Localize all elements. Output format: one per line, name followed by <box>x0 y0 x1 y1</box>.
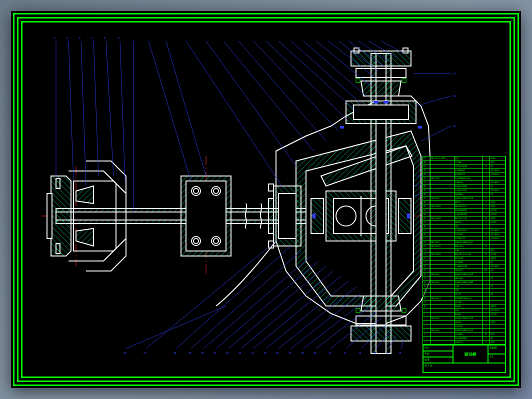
svg-point-18 <box>192 236 200 246</box>
svg-line-77 <box>254 41 338 131</box>
parts-row: 45行星齿轮垫圈445 <box>423 164 506 168</box>
parts-list-rows: 47GB/T 97.1-2002垫片465Mn46十字轴140Cr45行星齿轮垫… <box>423 156 506 344</box>
parts-row: 7GB/T 297圆锥滚子轴承 322132 <box>423 316 506 320</box>
svg-marker-9 <box>76 186 94 204</box>
parts-row: 43差速器右壳1QT450-10 <box>423 172 506 176</box>
drawing-area: 1 2 3 4 5 6 14 15 16 17 18 26 27 28 29 3… <box>26 26 506 373</box>
parts-row: 19调整垫片若干08 <box>423 268 506 272</box>
svg-marker-38 <box>361 81 401 96</box>
svg-text:26: 26 <box>124 352 126 354</box>
tb-title: 驱动桥 <box>453 345 488 363</box>
parts-row: 29从动圆柱齿轮120CrMnTi <box>423 228 506 232</box>
tb-number: 装配图 <box>488 345 506 354</box>
svg-text:6: 6 <box>118 36 120 40</box>
svg-line-90 <box>416 96 451 106</box>
svg-line-72 <box>166 41 206 176</box>
svg-text:15: 15 <box>453 94 456 98</box>
parts-row: 2轮毂锁紧螺母245 <box>423 336 506 340</box>
svg-text:36: 36 <box>276 352 279 354</box>
svg-rect-56 <box>312 214 316 218</box>
svg-rect-54 <box>340 126 344 128</box>
parts-row: 5轮毂油封2 <box>423 324 506 328</box>
svg-rect-11 <box>56 178 60 188</box>
svg-text:31: 31 <box>214 352 216 354</box>
svg-text:32: 32 <box>226 352 229 354</box>
svg-text:14: 14 <box>453 72 456 75</box>
svg-marker-44 <box>361 296 401 311</box>
parts-row: 14油封1 <box>423 288 506 292</box>
svg-line-67 <box>94 41 98 176</box>
parts-row: 9轮毂2QT450-10 <box>423 308 506 312</box>
parts-row: 46十字轴140Cr <box>423 160 506 164</box>
tb-scale: 1:2 <box>488 354 506 363</box>
parts-row: 39主动圆柱齿轮120CrMnTi <box>423 188 506 192</box>
svg-line-100 <box>216 261 318 348</box>
svg-text:4: 4 <box>92 36 93 40</box>
parts-row: 18GB/T 297圆锥滚子轴承 323101 <box>423 272 506 276</box>
svg-line-96 <box>146 241 276 348</box>
svg-text:29: 29 <box>188 352 192 354</box>
svg-rect-8 <box>47 194 52 238</box>
parts-row: 15凸缘145 <box>423 284 506 288</box>
parts-row: 42GB/T 276深沟球轴承 62141 <box>423 176 506 180</box>
parts-row: 24半轴240Cr <box>423 248 506 252</box>
svg-point-17 <box>212 186 220 196</box>
svg-text:1: 1 <box>54 36 56 40</box>
parts-row: 20主动锥齿轮轴120CrMnTi <box>423 264 506 268</box>
svg-text:44: 44 <box>386 352 389 354</box>
svg-text:41: 41 <box>344 352 346 354</box>
spring-seat <box>181 176 231 256</box>
parts-row: 38调整螺母245 <box>423 192 506 196</box>
svg-rect-60 <box>278 194 296 238</box>
svg-rect-53 <box>384 101 388 104</box>
parts-row: 44从动锥齿轮120CrMnTi <box>423 168 506 172</box>
svg-line-79 <box>278 41 356 111</box>
parts-row: 30油封1 <box>423 224 506 228</box>
svg-rect-62 <box>268 184 274 191</box>
svg-line-78 <box>266 41 348 121</box>
parts-row: 25GB/T 6170螺母 M148 <box>423 244 506 248</box>
svg-text:34: 34 <box>251 352 254 354</box>
svg-line-68 <box>106 41 114 176</box>
parts-row: 3轮胎螺栓1240Cr <box>423 332 506 336</box>
svg-rect-52 <box>374 101 378 104</box>
svg-line-102 <box>241 271 334 348</box>
svg-text:3: 3 <box>79 36 80 40</box>
svg-rect-48 <box>356 78 360 82</box>
parts-row: 17轴承隔套145 <box>423 276 506 280</box>
parts-row: 26GB/T 297圆锥滚子轴承 322172 <box>423 240 506 244</box>
svg-text:38: 38 <box>301 352 304 354</box>
svg-rect-57 <box>407 214 410 218</box>
parts-row: 1半轴法兰240Cr <box>423 340 506 344</box>
svg-line-103 <box>254 276 341 348</box>
svg-rect-49 <box>402 78 406 82</box>
svg-text:16: 16 <box>453 124 456 128</box>
parts-row: 16GB/T 297圆锥滚子轴承 323081 <box>423 280 506 284</box>
parts-row: 8制动鼓2HT250 <box>423 312 506 316</box>
svg-rect-12 <box>56 244 60 254</box>
cad-canvas: 1 2 3 4 5 6 14 15 16 17 18 26 27 28 29 3… <box>11 11 521 388</box>
svg-text:33: 33 <box>238 352 242 354</box>
svg-line-104 <box>266 281 348 348</box>
svg-line-101 <box>228 266 326 348</box>
parts-row: 10板簧座2焊接件 <box>423 304 506 308</box>
callout-labels-bottom: 26 27 28 29 30 31 32 33 34 35 36 37 38 3… <box>124 352 402 354</box>
svg-text:5: 5 <box>104 36 106 40</box>
svg-line-80 <box>291 41 361 104</box>
svg-text:27: 27 <box>144 352 146 354</box>
svg-line-66 <box>81 41 86 186</box>
parts-row: 27差速器左壳1QT450-10 <box>423 236 506 240</box>
svg-text:43: 43 <box>374 352 376 354</box>
parts-row: 28行星齿轮420CrMnTi <box>423 232 506 236</box>
svg-rect-50 <box>356 308 360 312</box>
svg-text:45: 45 <box>398 352 402 354</box>
svg-text:39: 39 <box>314 352 316 354</box>
tb-check-label: 审核 <box>423 351 453 357</box>
parts-row: 35GB/T 5783螺栓 M10×2548.8级 <box>423 204 506 208</box>
parts-row: 33主减速器壳体1HT250 <box>423 212 506 216</box>
svg-rect-61 <box>268 198 274 234</box>
parts-row: 40半轴齿轮垫圈245 <box>423 184 506 188</box>
svg-point-19 <box>212 236 220 246</box>
svg-text:28: 28 <box>174 352 176 354</box>
callout-labels-top: 1 2 3 4 5 6 <box>54 36 120 40</box>
